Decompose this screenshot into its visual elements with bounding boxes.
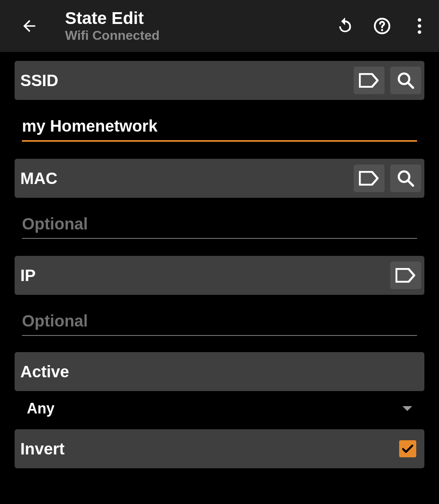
page-subtitle: Wifi Connected <box>65 28 333 43</box>
back-button[interactable] <box>13 10 46 42</box>
search-icon <box>396 169 415 188</box>
mac-input-wrap <box>22 212 417 239</box>
ssid-input[interactable] <box>22 115 417 142</box>
invert-label: Invert <box>20 440 399 458</box>
invert-row[interactable]: Invert <box>15 429 424 468</box>
ssid-input-wrap <box>22 115 417 142</box>
appbar-titles: State Edit Wifi Connected <box>65 9 333 43</box>
check-icon <box>401 442 415 456</box>
tag-icon <box>359 171 379 186</box>
page-title: State Edit <box>65 9 333 28</box>
tag-icon <box>396 268 416 283</box>
mac-header: MAC <box>15 159 424 198</box>
appbar-actions <box>333 15 431 37</box>
app-bar: State Edit Wifi Connected <box>0 0 439 52</box>
ip-label: IP <box>20 266 385 285</box>
invert-checkbox[interactable] <box>399 440 416 457</box>
mac-search-button[interactable] <box>390 164 421 192</box>
svg-line-6 <box>408 83 413 88</box>
active-label: Active <box>20 363 421 381</box>
ssid-tag-button[interactable] <box>354 67 385 94</box>
svg-point-2 <box>418 18 422 22</box>
undo-button[interactable] <box>333 15 356 37</box>
ssid-header: SSID <box>15 61 424 100</box>
ip-input[interactable] <box>22 309 417 336</box>
svg-point-3 <box>418 24 422 28</box>
active-value: Any <box>27 400 402 417</box>
ip-input-wrap <box>22 309 417 336</box>
svg-point-4 <box>418 30 422 34</box>
mac-input[interactable] <box>22 212 417 239</box>
help-icon <box>372 16 392 36</box>
active-dropdown[interactable]: Any <box>15 391 424 426</box>
active-header: Active <box>15 352 424 391</box>
ip-tag-button[interactable] <box>390 262 421 289</box>
mac-tag-button[interactable] <box>354 164 385 192</box>
chevron-down-icon <box>402 406 412 411</box>
mac-label: MAC <box>20 169 348 188</box>
tag-icon <box>359 73 379 88</box>
svg-line-8 <box>408 181 413 186</box>
arrow-back-icon <box>20 17 38 35</box>
ssid-search-button[interactable] <box>390 67 421 94</box>
help-button[interactable] <box>371 15 393 37</box>
search-icon <box>396 71 415 90</box>
undo-icon <box>335 17 354 35</box>
content: SSID MAC <box>0 61 439 468</box>
ip-header: IP <box>15 256 424 295</box>
more-vert-icon <box>417 17 422 35</box>
more-button[interactable] <box>408 15 431 37</box>
ssid-label: SSID <box>20 71 348 90</box>
svg-point-1 <box>381 29 383 31</box>
